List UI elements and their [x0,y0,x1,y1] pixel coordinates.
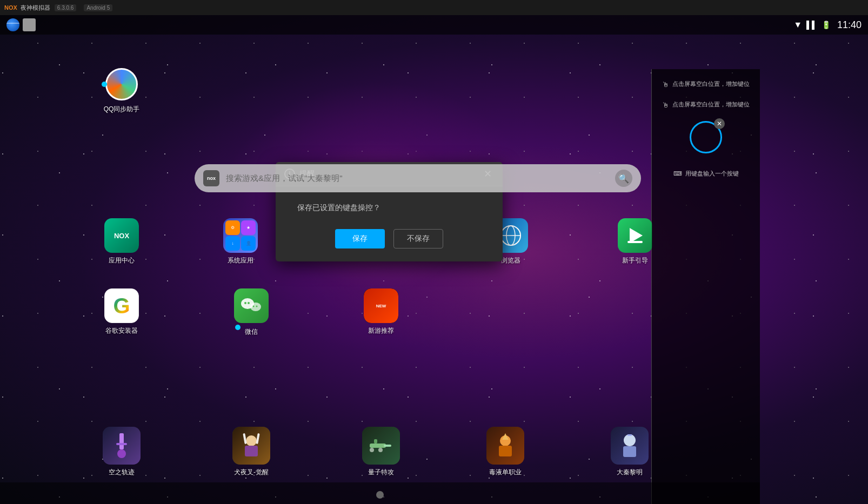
search-placeholder-text: 搜索游戏&应用，试试"大秦黎明" [226,173,615,184]
svg-rect-27 [623,446,636,457]
android-badge: Android 5 [84,4,112,11]
keyboard-label-text: 用键盘输入一个按键 [685,170,739,178]
svg-rect-4 [627,241,643,243]
desktop-icon-google[interactable]: G 谷歌安装器 [97,288,146,335]
qq-icon-label: QQ同步助手 [104,105,140,114]
svg-point-9 [253,306,255,307]
newgame-icon-image: NEW [364,288,398,323]
wifi-icon: ▼ [793,20,802,30]
qq-icon-inner [105,68,138,100]
battery-icon: 🔋 [822,21,831,29]
google-icon-label: 谷歌安装器 [105,326,138,335]
svg-rect-19 [384,445,391,447]
svg-point-22 [378,448,383,452]
desktop-icon-appcenter[interactable]: NOX 应用中心 [97,218,146,265]
inuyasha-icon-image [232,427,270,465]
status-square-icon [23,18,36,31]
svg-rect-28 [627,434,632,436]
hint-mouse-bottom: 🖱 点击屏幕空白位置，增加键位 [662,100,750,110]
hint-top2-text: 点击屏幕空白位置，增加键位 [672,100,750,109]
svg-point-12 [117,449,126,458]
sysapps-folder-image: ⚙ ★ ↓ 👤 [223,218,258,253]
status-icons-left [6,18,36,31]
desktop-icon-newgame[interactable]: NEW 新游推荐 [357,288,405,335]
qq-dot-badge [102,82,107,87]
keyboard-icon: ⌨ [673,170,682,177]
dayiming-icon-label: 大秦黎明 [617,468,643,477]
newguide-icon-label: 新手引导 [622,256,648,265]
qq-icon-image [104,67,139,102]
svg-rect-16 [243,433,246,444]
app-title: 夜神模拟器 [21,4,50,12]
person-sub-icon: 👤 [241,236,256,251]
status-icons-right: ▼ ▌▌ 🔋 11:40 [793,19,862,31]
google-icon-image: G [104,288,139,323]
dock-icon-dayiming[interactable]: 大秦黎明 [605,427,654,477]
wechat-dot-badge [235,325,241,330]
nox-logo: NOX [4,4,17,11]
add-key-button[interactable]: ✕ [690,121,722,153]
mouse-icon: 🖱 [662,80,669,90]
svg-point-8 [248,302,250,304]
close-add-button[interactable]: ✕ [714,118,725,129]
top-bar: NOX 夜神模拟器 6.3.0.6 Android 5 [0,0,868,15]
right-panel: 🖱 点击屏幕空白位置，增加键位 🖱 点击屏幕空白位置，增加键位 ✕ ⌨ 用键盘输… [652,69,760,504]
newguide-icon-image [618,218,652,253]
appcenter-icon-label: 应用中心 [109,256,135,265]
svg-point-14 [246,435,257,446]
desktop-icon-qq[interactable]: QQ同步助手 [97,67,146,114]
svg-rect-17 [256,433,259,444]
svg-rect-20 [374,439,377,443]
svg-point-10 [256,306,258,307]
svg-rect-13 [116,443,127,445]
keyboard-label: ⌨ 用键盘输入一个按键 [673,170,739,178]
svg-rect-24 [499,446,512,456]
hint-mouse-top: 🖱 点击屏幕空白位置，增加键位 [662,80,750,90]
purple-sub-icon: ★ [241,220,256,235]
dialog-footer: 保存 不保存 [276,224,503,261]
svg-rect-18 [370,443,386,448]
browser-icon-label: 浏览器 [501,256,520,265]
save-button[interactable]: 保存 [335,229,385,248]
wechat-icon-label: 微信 [245,328,258,335]
svg-point-26 [624,434,636,446]
search-bar[interactable]: nox 搜索游戏&应用，试试"大秦黎明" 🔍 [195,164,641,192]
svg-point-21 [370,448,374,452]
dock-icon-poison[interactable]: 毒液单职业 [481,427,530,477]
sysapps-icon-label: 系统应用 [228,256,253,265]
nosave-button[interactable]: 不保存 [393,229,443,248]
nox-search-logo: nox [203,170,219,186]
dock-bar [0,482,760,504]
mouse-icon2: 🖱 [662,100,669,110]
kongtrace-icon-label: 空之轨迹 [109,468,135,477]
hint-top1-text: 点击屏幕空白位置，增加键位 [672,80,750,88]
globe-icon [6,18,19,31]
status-bar: ▼ ▌▌ 🔋 11:40 [0,15,868,35]
google-g-letter: G [113,294,130,318]
clock: 11:40 [837,19,862,31]
nox-icon-inner: NOX [104,218,139,253]
dock-icon-inuyasha[interactable]: 犬夜叉-觉醒 [227,427,276,477]
svg-rect-15 [245,446,258,456]
svg-rect-11 [119,433,124,449]
search-button[interactable]: 🔍 [615,170,632,187]
newgame-icon-label: 新游推荐 [368,326,394,335]
desktop-icon-sysapps[interactable]: ⚙ ★ ↓ 👤 系统应用 [216,218,265,265]
dock-icon-shooter[interactable]: 量子特攻 [357,427,405,477]
kongtrace-icon-image [103,427,141,465]
dock-icon-kongtrace[interactable]: 空之轨迹 [97,427,146,477]
desktop: 🖱 点击屏幕空白位置，增加键位 🖱 点击屏幕空白位置，增加键位 ✕ ⌨ 用键盘输… [0,35,760,504]
download-sub-icon: ↓ [225,236,240,251]
newguide-icon-inner [618,218,652,253]
svg-point-7 [244,302,246,304]
svg-point-6 [250,303,261,311]
version-badge: 6.3.0.6 [55,4,77,11]
appcenter-icon-image: NOX [104,218,139,253]
signal-icon: ▌▌ [806,21,817,29]
poison-icon-label: 毒液单职业 [489,468,522,477]
poison-icon-image [486,427,524,465]
inuyasha-icon-label: 犬夜叉-觉醒 [234,468,269,477]
desktop-icon-wechat[interactable]: 微信 [227,288,276,337]
shooter-icon-image [362,427,400,465]
dayiming-icon-image [611,427,649,465]
